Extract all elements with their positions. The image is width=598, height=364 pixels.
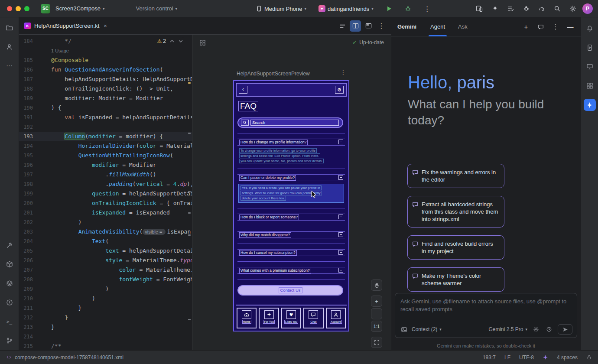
- close-tab-icon[interactable]: ×: [104, 23, 107, 29]
- faq-question-row: Why did my match disappear?: [237, 231, 345, 238]
- preview-grid-toggle-icon[interactable]: [199, 39, 206, 46]
- device-manager-icon[interactable]: [584, 61, 596, 73]
- right-tool-rail: [581, 17, 598, 350]
- more-tools-icon[interactable]: ⋯: [3, 60, 16, 72]
- editor-tab[interactable]: K HelpAndSupportScreen.kt ×: [19, 17, 112, 35]
- terminal-tool-icon[interactable]: >_: [3, 315, 16, 328]
- device-explorer-icon[interactable]: [3, 258, 16, 270]
- prompt-settings-icon[interactable]: [532, 325, 540, 334]
- scrollbar-mark: [188, 212, 191, 214]
- design-view-toggle[interactable]: [363, 20, 374, 32]
- device-selector[interactable]: Medium Phone ▾: [254, 4, 309, 14]
- zoom-window-button[interactable]: [24, 6, 29, 11]
- task-list-icon[interactable]: [504, 3, 517, 15]
- layers-tool-icon[interactable]: [3, 277, 16, 289]
- lock-icon[interactable]: [586, 354, 592, 360]
- prompt-input-container: Context (2) ▾ Gemini 2.5 Pro ▾: [395, 293, 577, 338]
- next-issue-button[interactable]: [178, 39, 183, 44]
- scrollbar-warning-mark: [188, 82, 191, 84]
- line-number: 213: [19, 322, 51, 332]
- project-tool-icon[interactable]: [3, 22, 16, 34]
- tab-agent[interactable]: Agent: [430, 17, 445, 36]
- home-icon: [242, 310, 251, 319]
- wireframe-divider: [237, 261, 345, 262]
- resource-manager-icon[interactable]: [584, 80, 596, 92]
- version-control-selector[interactable]: Version control ▾: [133, 3, 180, 13]
- gemini-greeting: Hello, paris: [408, 73, 494, 92]
- history-icon[interactable]: [545, 325, 553, 334]
- model-selector[interactable]: Gemini 2.5 Pro ▾: [488, 326, 527, 332]
- preview-build-status[interactable]: ✓ Up-to-date: [352, 39, 384, 46]
- code-view-toggle[interactable]: [337, 20, 348, 32]
- tab-ask[interactable]: Ask: [458, 17, 468, 36]
- suggestion-card-2[interactable]: Extract all hardcoded strings from this …: [407, 196, 504, 228]
- suggestion-card-4[interactable]: Make my Theme's color scheme warmer: [407, 267, 504, 292]
- context-selector[interactable]: Context (2) ▾: [412, 326, 442, 332]
- suggestion-card-1[interactable]: Fix the warnings and errors in the edito…: [407, 164, 504, 188]
- code-line: 196 modifier = Modifier: [19, 160, 192, 170]
- line-number: 184: [19, 36, 51, 46]
- gemini-tool-icon[interactable]: [584, 99, 596, 111]
- wireframe-divider: [237, 169, 345, 169]
- chat-history-icon[interactable]: [536, 23, 545, 31]
- app-insights-bug-icon[interactable]: [520, 3, 532, 15]
- zoom-to-fit-button[interactable]: [371, 337, 382, 348]
- prompt-input[interactable]: [400, 298, 572, 322]
- gradle-sync-icon[interactable]: [536, 3, 548, 15]
- build-tool-icon[interactable]: [3, 239, 16, 251]
- statusbar-file[interactable]: compose-compose-model-1758748140651.xml: [6, 354, 124, 361]
- code-line: 200 onTrailingIconClick = { onTrai: [19, 198, 192, 208]
- preview-options-kebab[interactable]: ⋮: [339, 69, 348, 76]
- split-view-toggle[interactable]: [350, 20, 361, 32]
- debug-button[interactable]: [402, 3, 414, 15]
- file-encoding[interactable]: UTF-8: [519, 354, 534, 361]
- attach-image-icon[interactable]: [400, 325, 408, 334]
- send-button[interactable]: [558, 324, 572, 335]
- bottom-navigation: HomeFor You♥Likes YouChatAccount: [237, 308, 346, 328]
- line-number: 203: [19, 227, 51, 237]
- phone-preview-wireframe[interactable]: ‹ ⚙ FAQ Search How do I change my profil…: [233, 80, 349, 332]
- run-button[interactable]: [383, 3, 395, 15]
- zoom-in-button[interactable]: +: [371, 296, 382, 307]
- suggestion-card-3[interactable]: Find and resolve build errors in my proj…: [407, 235, 504, 260]
- zoom-actual-size-button[interactable]: 1:1: [371, 321, 382, 332]
- line-separator[interactable]: LF: [504, 354, 510, 361]
- user-avatar[interactable]: P: [582, 3, 593, 14]
- hide-panel-icon[interactable]: —: [566, 23, 575, 31]
- close-window-button[interactable]: [7, 6, 12, 11]
- settings-icon[interactable]: [567, 3, 579, 15]
- usages-inlay-hint[interactable]: 1 Usage: [51, 48, 69, 53]
- run-config-selector[interactable]: ♥ datingandfriends ▾: [316, 3, 376, 14]
- notifications-icon[interactable]: [584, 23, 596, 35]
- pan-hand-button[interactable]: [371, 280, 382, 291]
- running-devices-icon[interactable]: [584, 42, 596, 54]
- new-chat-icon[interactable]: +: [522, 23, 530, 31]
- more-run-actions-button[interactable]: ⋮: [421, 3, 433, 15]
- line-number: 210: [19, 294, 51, 303]
- problems-tool-icon[interactable]: [3, 296, 16, 309]
- prev-issue-button[interactable]: [169, 39, 175, 44]
- more-options-kebab[interactable]: ⋮: [551, 23, 560, 31]
- contact-us-button: Contact Us: [237, 285, 343, 296]
- caret-position[interactable]: 193:7: [483, 354, 496, 361]
- line-number: 191: [19, 113, 51, 122]
- code-editor[interactable]: 184 */1 Usage185@Composable186fun Questi…: [19, 35, 192, 350]
- device-mirroring-icon[interactable]: [473, 3, 485, 15]
- faq-question-row: How do I change my profile information?: [237, 139, 345, 146]
- indent-status[interactable]: 4 spaces: [557, 354, 578, 361]
- line-number: 198: [19, 179, 51, 189]
- tab-options-kebab[interactable]: ⋮: [376, 20, 387, 32]
- warnings-chip[interactable]: ⚠ 2: [157, 38, 166, 44]
- gemini-status-icon[interactable]: [543, 354, 548, 360]
- project-selector[interactable]: Screen2Compose ▾: [53, 3, 107, 13]
- status-bar: compose-compose-model-1758748140651.xml …: [0, 350, 598, 364]
- zoom-out-button[interactable]: −: [371, 308, 382, 319]
- editor-tabstrip: K HelpAndSupportScreen.kt × ⋮: [19, 17, 391, 35]
- editor-view-toggles: ⋮: [337, 20, 391, 32]
- faq-answer-line: To change your profile information, go t…: [239, 148, 317, 153]
- version-control-tool-icon[interactable]: [3, 335, 16, 347]
- commit-tool-icon[interactable]: [3, 41, 16, 53]
- search-icon[interactable]: [551, 3, 563, 15]
- ai-assist-icon[interactable]: [489, 3, 501, 15]
- minimize-window-button[interactable]: [16, 6, 21, 11]
